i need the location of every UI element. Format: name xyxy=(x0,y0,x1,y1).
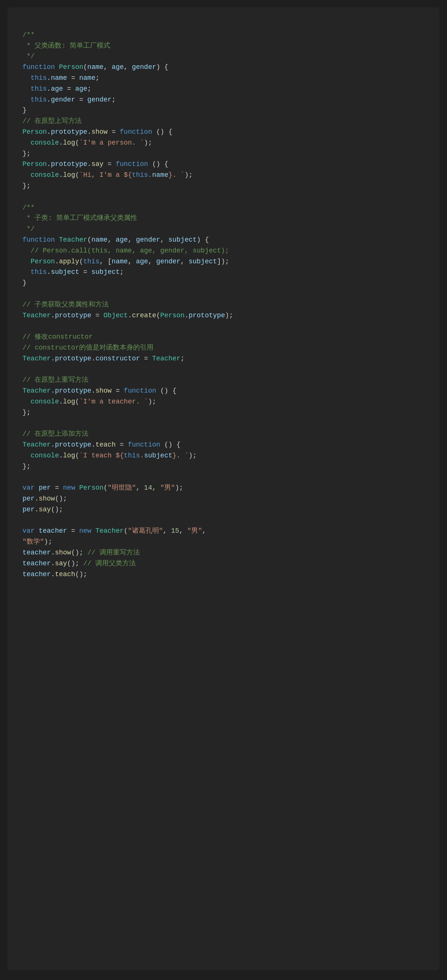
comment-1: /** * 父类函数: 简单工厂模式 */ xyxy=(22,31,110,60)
code-editor: /** * 父类函数: 简单工厂模式 */ function Person(na… xyxy=(8,8,439,970)
code-content: /** * 父类函数: 简单工厂模式 */ function Person(na… xyxy=(22,19,425,590)
func-person: Person xyxy=(59,63,83,71)
keyword-function-1: function xyxy=(22,63,55,71)
